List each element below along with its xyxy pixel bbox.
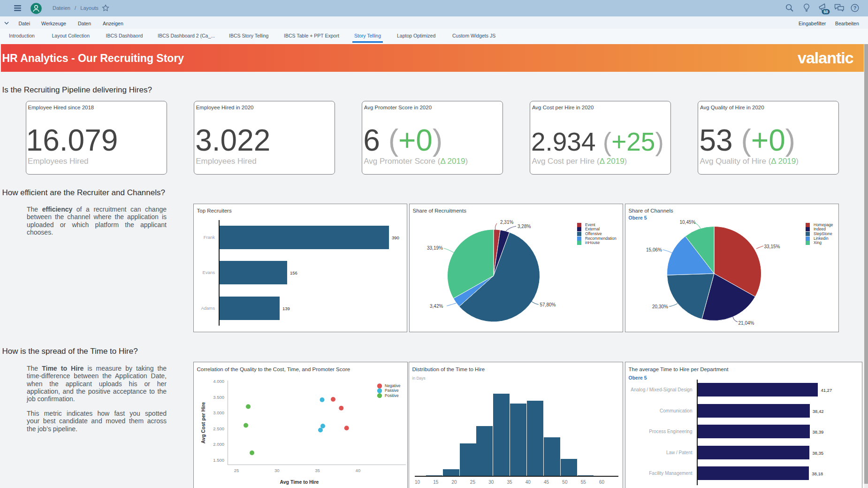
- svg-text:?: ?: [853, 5, 857, 11]
- svg-text:50: 50: [823, 9, 828, 14]
